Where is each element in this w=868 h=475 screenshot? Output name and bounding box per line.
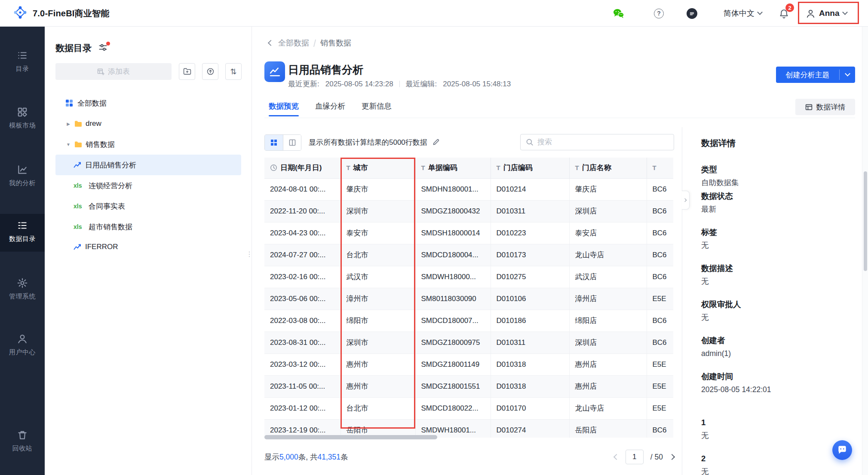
- tree-folder-sales-data[interactable]: ▼ 销售数据: [55, 134, 241, 155]
- edit-icon[interactable]: [432, 138, 440, 146]
- column-header-clipped[interactable]: T: [647, 158, 673, 178]
- help-icon[interactable]: ?: [654, 0, 664, 27]
- finebi-app: 7.0-FineBI商业智能 ? 简体中文: [0, 0, 868, 475]
- tab-lineage-analysis[interactable]: 血缘分析: [315, 100, 346, 112]
- folder-plus-icon: [183, 67, 191, 76]
- notifications-button[interactable]: 2: [779, 0, 789, 27]
- table-cell: D010311: [491, 332, 569, 353]
- shown-count: 5,000: [279, 453, 298, 461]
- add-table-icon: [97, 68, 104, 75]
- table-cell: 泰安市: [340, 222, 415, 244]
- table-cell: SMDWH18000...: [415, 266, 491, 288]
- expander-expanded-icon[interactable]: ▼: [66, 142, 71, 147]
- tree-item-supermarket-sales[interactable]: xls 超市销售数据: [55, 216, 241, 237]
- table-cell: D010173: [491, 244, 569, 266]
- vertical-scrollbar[interactable]: [862, 27, 868, 475]
- wechat-icon[interactable]: [613, 0, 624, 27]
- page-total-label: / 50: [650, 453, 663, 462]
- breadcrumb-divider: [313, 40, 316, 47]
- table-cell: BC6: [647, 222, 673, 244]
- breadcrumb-back-icon[interactable]: [268, 40, 274, 46]
- detail-panel: 数据详情 类型 自助数据集 数据状态 最新 标签 无 数据描述 无 权限审批人 …: [682, 127, 868, 475]
- detail-field-created-time: 创建时间 2025-08-05 14:22:01: [701, 372, 868, 394]
- tab-divider-line: [264, 118, 855, 118]
- user-menu[interactable]: Anna: [806, 0, 847, 27]
- page-input[interactable]: [626, 450, 644, 464]
- tree-filter-icon[interactable]: [98, 43, 109, 53]
- column-header-store-name[interactable]: T 门店名称: [569, 158, 647, 178]
- new-folder-button[interactable]: [179, 63, 195, 80]
- tree-item-chain-analysis[interactable]: xls 连锁经营分析: [55, 175, 241, 196]
- sort-button[interactable]: ⇅: [225, 63, 242, 80]
- table-cell: SMDSH18000014: [415, 222, 491, 244]
- detail-field-approver: 权限审批人 无: [701, 300, 868, 322]
- breadcrumb-item-all-data[interactable]: 全部数据: [278, 38, 309, 48]
- tree-item-daily-goods-analysis[interactable]: 日用品销售分析: [55, 155, 241, 175]
- sidebar-item-recycle-bin[interactable]: 回收站: [0, 423, 45, 461]
- upload-button[interactable]: [202, 63, 218, 80]
- tab-update-info[interactable]: 更新信息: [361, 100, 392, 112]
- analysis-chart-icon: [74, 161, 81, 168]
- table-cell: 武汉市: [340, 266, 415, 288]
- data-table-wrapper: 日期(年月日) T 城市 T 单据编码 T 门店编码 T 门店名称: [264, 158, 673, 438]
- detail-field-tags: 标签 无: [701, 228, 868, 250]
- chat-bubble-icon: [837, 445, 848, 456]
- language-label: 简体中文: [724, 8, 755, 18]
- language-selector[interactable]: 简体中文: [724, 0, 762, 27]
- total-count: 41,351: [318, 453, 341, 461]
- table-cell: E5E: [647, 353, 673, 375]
- column-view-icon: [289, 139, 296, 146]
- panel-collapse-handle[interactable]: [682, 191, 690, 210]
- table-cell: 武汉店: [569, 266, 647, 288]
- sidebar-item-my-analysis[interactable]: 我的分析: [0, 158, 45, 196]
- create-analysis-dropdown[interactable]: [840, 67, 855, 83]
- folder-icon: [74, 120, 82, 127]
- data-detail-button[interactable]: 数据详情: [795, 99, 855, 115]
- column-header-date[interactable]: 日期(年月日): [264, 158, 340, 178]
- table-cell: 漳州市: [340, 288, 415, 310]
- create-analysis-button[interactable]: 创建分析主题: [776, 67, 855, 83]
- sidebar-item-admin[interactable]: 管理系统: [0, 271, 45, 309]
- vertical-scrollbar-thumb[interactable]: [864, 171, 867, 271]
- my-analysis-icon: [17, 164, 28, 175]
- table-cell: 绵阳市: [340, 310, 415, 332]
- table-cell: SMDGZ18001551: [415, 375, 491, 397]
- tree-folder-drew[interactable]: ▶ drew: [55, 113, 241, 134]
- table-cell: 深圳市: [340, 200, 415, 222]
- expander-collapsed-icon[interactable]: ▶: [66, 122, 71, 126]
- data-catalog-icon: [17, 220, 28, 231]
- table-cell: 2023-01-12 00:...: [264, 397, 340, 419]
- tree-item-all-data[interactable]: 全部数据: [55, 93, 241, 113]
- table-cell: 台北市: [340, 397, 415, 419]
- table-cell: 2023-11-05 00:...: [264, 375, 340, 397]
- detail-table-icon: [805, 104, 813, 111]
- text-filter-icon: T: [421, 164, 425, 171]
- tree-item-iferror[interactable]: IFERROR: [55, 237, 241, 257]
- table-cell: BC6: [647, 178, 673, 200]
- xls-icon: xls: [74, 223, 85, 230]
- table-row: 2024-08-01 00:...肇庆市SMDHN180001...D01021…: [264, 178, 673, 200]
- column-header-store-code[interactable]: T 门店编码: [491, 158, 569, 178]
- updated-value: 2025-08-05 14:23:28: [325, 80, 393, 88]
- next-page-icon[interactable]: [669, 454, 675, 460]
- prev-page-icon[interactable]: [613, 454, 620, 460]
- chat-assistant-button[interactable]: [832, 440, 852, 460]
- table-cell: 深圳店: [569, 200, 647, 222]
- sidebar-item-template-market[interactable]: 模板市场: [0, 100, 45, 138]
- column-view-button[interactable]: [283, 135, 301, 150]
- horizontal-scrollbar-thumb[interactable]: [264, 435, 437, 439]
- sidebar-item-user-center[interactable]: 用户中心: [0, 327, 45, 365]
- add-table-button[interactable]: 添加表: [55, 63, 172, 80]
- tab-data-preview[interactable]: 数据预览: [268, 100, 299, 112]
- table-body: 2024-08-01 00:...肇庆市SMDHN180001...D01021…: [264, 178, 673, 438]
- sidebar-item-catalog[interactable]: 目录: [0, 44, 45, 82]
- column-header-city[interactable]: T 城市: [340, 158, 415, 178]
- search-input[interactable]: [537, 138, 669, 146]
- search-icon: [526, 138, 534, 146]
- grid-view-icon: [270, 139, 277, 146]
- column-header-doc-code[interactable]: T 单据编码: [415, 158, 491, 178]
- grid-view-button[interactable]: [265, 135, 283, 150]
- assistant-icon[interactable]: [687, 0, 697, 27]
- tree-item-contract-fact-table[interactable]: xls 合同事实表: [55, 196, 241, 216]
- sidebar-item-data-catalog[interactable]: 数据目录: [0, 214, 45, 252]
